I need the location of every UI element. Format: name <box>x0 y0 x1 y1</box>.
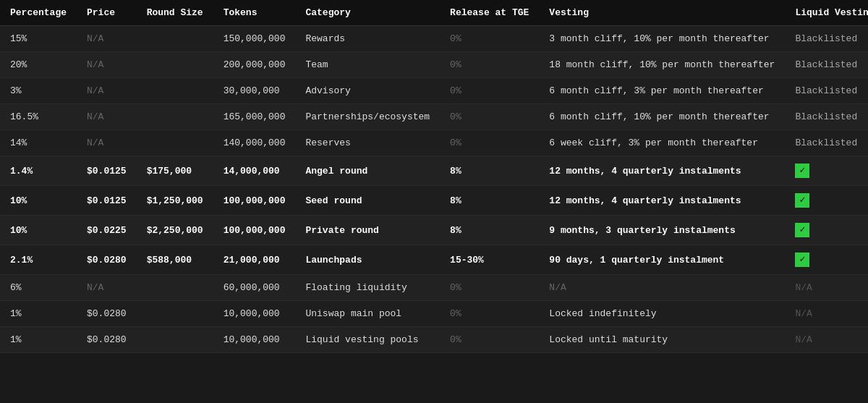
column-header-liquid-vesting: Liquid Vesting <box>785 0 868 26</box>
table-row: 1%$0.028010,000,000Uniswap main pool0%Lo… <box>0 301 868 327</box>
cell-liquid-vesting: ✓ <box>785 156 868 186</box>
cell-release-tge: 0% <box>440 104 539 130</box>
cell-percentage: 1.4% <box>0 156 77 186</box>
cell-vesting: 9 months, 3 quarterly instalments <box>539 216 785 245</box>
table-row: 1%$0.028010,000,000Liquid vesting pools0… <box>0 327 868 353</box>
checkmark-icon: ✓ <box>795 193 809 208</box>
checkmark-icon: ✓ <box>795 253 809 267</box>
cell-round-size: $2,250,000 <box>137 216 213 245</box>
cell-release-tge: 0% <box>440 275 539 301</box>
cell-round-size <box>137 327 213 353</box>
cell-release-tge: 0% <box>440 327 539 353</box>
table-row: 16.5%N/A165,000,000Partnerships/ecosyste… <box>0 104 868 130</box>
table-row: 10%$0.0125$1,250,000100,000,000Seed roun… <box>0 186 868 216</box>
cell-price: N/A <box>77 52 137 78</box>
cell-price: $0.0125 <box>77 156 137 186</box>
cell-release-tge: 0% <box>440 26 539 52</box>
cell-tokens: 200,000,000 <box>213 52 296 78</box>
cell-round-size <box>137 275 213 301</box>
cell-percentage: 6% <box>0 275 77 301</box>
cell-tokens: 140,000,000 <box>213 130 296 156</box>
cell-liquid-vesting: N/A <box>785 327 868 353</box>
cell-category: Seed round <box>295 186 440 216</box>
cell-release-tge: 15-30% <box>440 245 539 275</box>
cell-round-size <box>137 26 213 52</box>
checkmark-icon: ✓ <box>795 164 809 178</box>
cell-round-size <box>137 78 213 104</box>
cell-liquid-vesting: Blacklisted <box>785 130 868 156</box>
cell-category: Private round <box>295 216 440 245</box>
cell-round-size <box>137 52 213 78</box>
cell-tokens: 10,000,000 <box>213 301 296 327</box>
cell-round-size <box>137 104 213 130</box>
cell-tokens: 60,000,000 <box>213 275 296 301</box>
cell-category: Advisory <box>295 78 440 104</box>
table-row: 14%N/A140,000,000Reserves0%6 week cliff,… <box>0 130 868 156</box>
cell-liquid-vesting: Blacklisted <box>785 104 868 130</box>
cell-category: Uniswap main pool <box>295 301 440 327</box>
cell-vesting: 6 month cliff, 10% per month thereafter <box>539 104 785 130</box>
cell-percentage: 16.5% <box>0 104 77 130</box>
table-header-row: PercentagePriceRound SizeTokensCategoryR… <box>0 0 868 26</box>
cell-price: $0.0280 <box>77 245 137 275</box>
cell-tokens: 21,000,000 <box>213 245 296 275</box>
cell-vesting: 90 days, 1 quarterly instalment <box>539 245 785 275</box>
cell-release-tge: 8% <box>440 186 539 216</box>
checkmark-icon: ✓ <box>795 223 809 237</box>
cell-vesting: 12 months, 4 quarterly instalments <box>539 156 785 186</box>
cell-liquid-vesting: N/A <box>785 301 868 327</box>
column-header-price: Price <box>77 0 137 26</box>
column-header-category: Category <box>295 0 440 26</box>
cell-vesting: 3 month cliff, 10% per month thereafter <box>539 26 785 52</box>
cell-liquid-vesting: ✓ <box>785 216 868 245</box>
cell-vesting: 6 week cliff, 3% per month thereafter <box>539 130 785 156</box>
cell-category: Floating liquidity <box>295 275 440 301</box>
cell-liquid-vesting: N/A <box>785 275 868 301</box>
cell-percentage: 14% <box>0 130 77 156</box>
column-header-vesting: Vesting <box>539 0 785 26</box>
column-header-round-size: Round Size <box>137 0 213 26</box>
table-row: 3%N/A30,000,000Advisory0%6 month cliff, … <box>0 78 868 104</box>
cell-tokens: 10,000,000 <box>213 327 296 353</box>
cell-price: N/A <box>77 26 137 52</box>
cell-vesting: Locked indefinitely <box>539 301 785 327</box>
cell-price: $0.0280 <box>77 301 137 327</box>
cell-round-size: $1,250,000 <box>137 186 213 216</box>
cell-liquid-vesting: ✓ <box>785 186 868 216</box>
cell-category: Partnerships/ecosystem <box>295 104 440 130</box>
cell-category: Reserves <box>295 130 440 156</box>
cell-release-tge: 0% <box>440 52 539 78</box>
cell-liquid-vesting: ✓ <box>785 245 868 275</box>
cell-vesting: Locked until maturity <box>539 327 785 353</box>
cell-vesting: 6 month cliff, 3% per month thereafter <box>539 78 785 104</box>
cell-percentage: 10% <box>0 186 77 216</box>
table-row: 10%$0.0225$2,250,000100,000,000Private r… <box>0 216 868 245</box>
cell-round-size: $175,000 <box>137 156 213 186</box>
cell-tokens: 30,000,000 <box>213 78 296 104</box>
cell-percentage: 15% <box>0 26 77 52</box>
column-header-release-at-tge: Release at TGE <box>440 0 539 26</box>
table-row: 6%N/A60,000,000Floating liquidity0%N/AN/… <box>0 275 868 301</box>
column-header-percentage: Percentage <box>0 0 77 26</box>
cell-round-size: $588,000 <box>137 245 213 275</box>
cell-percentage: 20% <box>0 52 77 78</box>
cell-liquid-vesting: Blacklisted <box>785 26 868 52</box>
cell-price: N/A <box>77 104 137 130</box>
cell-tokens: 100,000,000 <box>213 186 296 216</box>
cell-vesting: N/A <box>539 275 785 301</box>
cell-round-size <box>137 301 213 327</box>
cell-category: Rewards <box>295 26 440 52</box>
cell-release-tge: 0% <box>440 301 539 327</box>
cell-percentage: 3% <box>0 78 77 104</box>
table-row: 1.4%$0.0125$175,00014,000,000Angel round… <box>0 156 868 186</box>
table-row: 2.1%$0.0280$588,00021,000,000Launchpads1… <box>0 245 868 275</box>
column-header-tokens: Tokens <box>213 0 296 26</box>
cell-percentage: 1% <box>0 301 77 327</box>
table-row: 15%N/A150,000,000Rewards0%3 month cliff,… <box>0 26 868 52</box>
cell-vesting: 18 month cliff, 10% per month thereafter <box>539 52 785 78</box>
cell-tokens: 150,000,000 <box>213 26 296 52</box>
cell-vesting: 12 months, 4 quarterly instalments <box>539 186 785 216</box>
cell-release-tge: 0% <box>440 130 539 156</box>
cell-category: Team <box>295 52 440 78</box>
cell-liquid-vesting: Blacklisted <box>785 52 868 78</box>
